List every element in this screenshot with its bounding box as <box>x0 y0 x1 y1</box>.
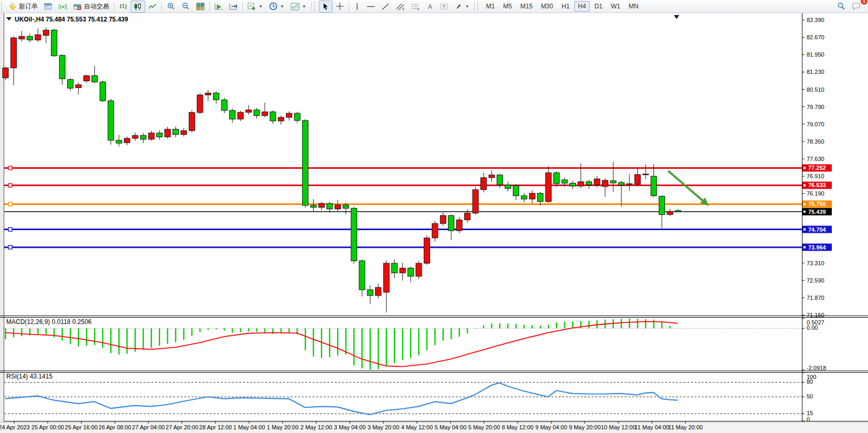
candle-body[interactable] <box>278 117 284 121</box>
candle-body[interactable] <box>513 186 519 196</box>
chat-button[interactable]: 1 <box>849 1 864 13</box>
candle-body[interactable] <box>627 183 633 185</box>
candle-body[interactable] <box>465 213 470 220</box>
candle-body[interactable] <box>335 205 340 209</box>
search-button[interactable] <box>834 1 849 13</box>
candle-body[interactable] <box>383 263 389 292</box>
candle-body[interactable] <box>19 36 25 39</box>
candle-body[interactable] <box>59 56 65 79</box>
candle-body[interactable] <box>35 35 41 40</box>
candle-body[interactable] <box>310 205 316 208</box>
zoom-out-button[interactable] <box>178 1 193 13</box>
candle-body[interactable] <box>327 203 333 209</box>
candle-body[interactable] <box>205 93 211 95</box>
candle-body[interactable] <box>238 112 243 119</box>
horizontal-line-button[interactable] <box>363 1 378 13</box>
candle-body[interactable] <box>497 175 502 185</box>
candle-body[interactable] <box>124 138 130 143</box>
candle-body[interactable] <box>343 205 349 208</box>
candle-body[interactable] <box>538 193 543 202</box>
candle-body[interactable] <box>43 30 49 35</box>
timeframe-h1[interactable]: H1 <box>558 1 573 12</box>
candle-body[interactable] <box>545 173 551 202</box>
line-anchor-handle[interactable] <box>8 245 12 249</box>
fibonacci-button[interactable]: F <box>408 1 423 13</box>
vertical-line-button[interactable] <box>351 1 363 13</box>
candle-body[interactable] <box>254 110 260 116</box>
candle-body[interactable] <box>416 263 422 276</box>
timeframe-d1[interactable]: D1 <box>591 1 606 12</box>
candle-body[interactable] <box>635 175 640 184</box>
timeframe-w1[interactable]: W1 <box>607 1 624 12</box>
candle-body[interactable] <box>189 113 195 131</box>
candle-body[interactable] <box>262 112 267 115</box>
candle-body[interactable] <box>643 174 649 175</box>
candle-body[interactable] <box>51 30 57 56</box>
candle-body[interactable] <box>602 180 608 187</box>
candle-body[interactable] <box>376 287 381 296</box>
candle-body[interactable] <box>351 208 357 261</box>
candle-body[interactable] <box>3 68 8 78</box>
candle-body[interactable] <box>675 211 681 212</box>
candle-body[interactable] <box>246 110 252 113</box>
candle-body[interactable] <box>92 75 98 82</box>
candle-body[interactable] <box>440 215 446 223</box>
candle-body[interactable] <box>165 129 170 137</box>
line-chart-button[interactable] <box>145 1 160 13</box>
line-anchor-handle[interactable] <box>8 228 12 231</box>
channel-button[interactable]: E <box>393 1 408 13</box>
candle-body[interactable] <box>659 196 665 214</box>
trendline-button[interactable] <box>378 1 393 13</box>
candle-body[interactable] <box>141 135 146 139</box>
timeframe-m15[interactable]: M15 <box>517 1 536 12</box>
candle-body[interactable] <box>505 185 511 189</box>
cursor-button[interactable] <box>319 1 333 13</box>
candle-body[interactable] <box>100 82 105 101</box>
candle-body[interactable] <box>116 140 122 144</box>
timeframe-h4[interactable]: H4 <box>574 1 590 12</box>
candle-body[interactable] <box>456 220 462 231</box>
candle-body[interactable] <box>667 211 673 214</box>
arrow-shapes-button[interactable]: ▼ <box>452 1 473 13</box>
tile-windows-button[interactable] <box>193 1 208 13</box>
timeframe-m1[interactable]: M1 <box>483 1 499 12</box>
candle-body[interactable] <box>570 183 576 186</box>
candle-body[interactable] <box>303 121 308 205</box>
candle-body[interactable] <box>392 263 398 273</box>
candle-body[interactable] <box>294 113 300 121</box>
text-button[interactable]: A <box>423 1 437 13</box>
candle-body[interactable] <box>594 179 600 185</box>
candle-body[interactable] <box>481 178 487 190</box>
timeframe-m5[interactable]: M5 <box>499 1 516 12</box>
candle-body[interactable] <box>286 113 292 117</box>
candle-body[interactable] <box>521 196 527 199</box>
candle-body[interactable] <box>432 223 438 238</box>
candle-body[interactable] <box>367 290 373 296</box>
zoom-in-button[interactable] <box>164 1 178 13</box>
period-clock-button[interactable]: ▼ <box>266 1 287 13</box>
chart-canvas[interactable]: 83.39082.67081.95081.23080.51079.79079.0… <box>0 13 868 433</box>
candle-body[interactable] <box>562 180 567 183</box>
candle-body[interactable] <box>27 36 33 40</box>
candle-body[interactable] <box>197 95 203 113</box>
candle-body[interactable] <box>651 176 657 196</box>
add-indicator-button[interactable]: ▼ <box>244 1 266 13</box>
candle-body[interactable] <box>181 131 187 134</box>
candle-body[interactable] <box>578 182 584 186</box>
candle-body[interactable] <box>400 268 405 273</box>
candle-body[interactable] <box>424 238 430 263</box>
terminal-button[interactable] <box>41 1 56 13</box>
candle-body[interactable] <box>76 85 81 88</box>
timeframe-m30[interactable]: M30 <box>537 1 556 12</box>
candle-body[interactable] <box>319 203 325 207</box>
candle-body[interactable] <box>132 135 138 138</box>
crosshair-button[interactable] <box>333 1 347 13</box>
candle-body[interactable] <box>618 182 624 185</box>
candle-body[interactable] <box>270 112 276 121</box>
bar-chart-button[interactable] <box>116 1 131 13</box>
candle-body[interactable] <box>529 193 535 199</box>
candle-body[interactable] <box>157 133 163 137</box>
candle-body[interactable] <box>448 215 454 231</box>
signal-button[interactable] <box>56 1 70 13</box>
candle-body[interactable] <box>610 181 616 183</box>
